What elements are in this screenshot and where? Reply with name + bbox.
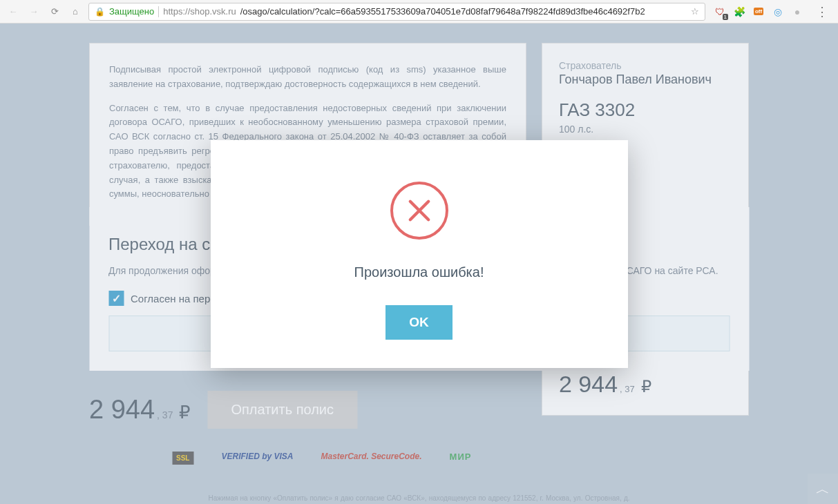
home-button[interactable]: ⌂ [68,4,83,19]
zenmate-off-icon[interactable]: off [752,6,765,18]
extension-icon-2[interactable]: ◎ [772,6,784,18]
url-host: https://shop.vsk.ru [163,6,236,17]
error-message: Произошла ошибка! [354,264,484,280]
separator [158,6,159,17]
error-icon [390,182,448,240]
browser-toolbar: ← → ⟳ ⌂ 🔒 Защищено https://shop.vsk.ru/o… [0,0,838,23]
bookmark-icon[interactable]: ☆ [691,6,699,17]
url-path: /osago/calculation/?calc=66a593551753360… [240,6,645,17]
secure-label: Защищено [109,6,154,17]
browser-menu-icon[interactable]: ⋮ [812,4,832,19]
extension-icon-3[interactable]: ● [791,6,803,18]
error-modal: Произошла ошибка! OK [211,140,628,368]
reload-button[interactable]: ⟳ [47,4,62,19]
forward-button[interactable]: → [26,4,41,19]
adblock-icon[interactable]: 🛡1 [714,6,726,18]
address-bar[interactable]: 🔒 Защищено https://shop.vsk.ru/osago/cal… [88,3,705,21]
lock-icon: 🔒 [95,7,105,17]
back-button[interactable]: ← [6,4,21,19]
extensions: 🛡1 🧩1 off ◎ ● [711,6,806,18]
modal-ok-button[interactable]: OK [385,305,453,340]
extension-icon[interactable]: 🧩1 [733,6,745,18]
